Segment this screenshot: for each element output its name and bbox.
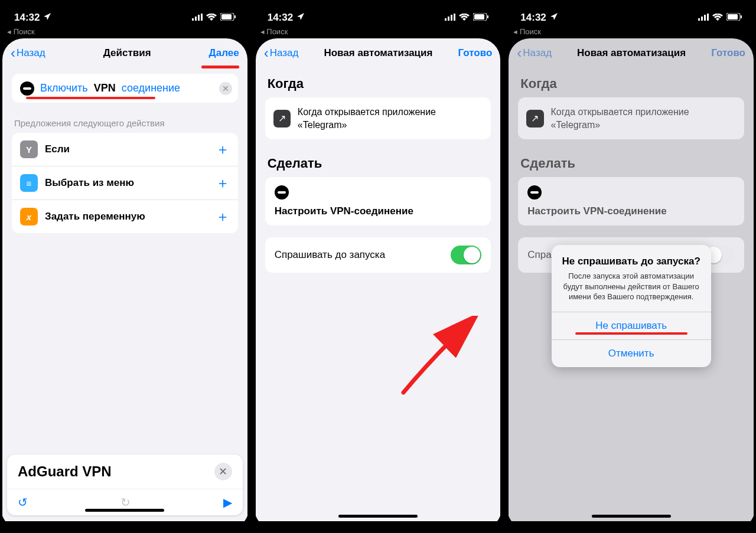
phone-screen-3: 14:32 ◂ Поиск ‹Назад Новая автоматизация… xyxy=(506,0,756,533)
svg-rect-7 xyxy=(445,18,447,21)
chevron-left-icon: ‹ xyxy=(264,45,269,61)
suggestion-row-menu[interactable]: ≡ Выбрать из меню ＋ xyxy=(12,166,238,200)
token-connection[interactable]: соединение xyxy=(120,81,181,96)
svg-rect-16 xyxy=(704,15,706,21)
wifi-icon xyxy=(712,12,723,24)
status-time: 14:32 xyxy=(520,12,546,24)
navbar: ‹Назад Новая автоматизация Готово xyxy=(509,38,754,68)
svg-rect-15 xyxy=(701,17,703,21)
svg-rect-17 xyxy=(707,14,709,21)
token-vpn: VPN xyxy=(94,82,116,94)
status-time: 14:32 xyxy=(268,12,293,24)
svg-rect-6 xyxy=(234,15,236,18)
do-text: Настроить VPN-соединение xyxy=(527,205,735,217)
chevron-left-icon: ‹ xyxy=(517,45,522,61)
signal-icon xyxy=(192,12,203,24)
phone-screen-1: 14:32 ◂ Поиск ‹Назад Действия Далее Вклю… xyxy=(0,0,250,533)
do-header: Сделать xyxy=(509,148,754,177)
next-button[interactable]: Далее xyxy=(209,47,239,59)
svg-rect-9 xyxy=(451,15,452,21)
navbar: ‹Назад Действия Далее xyxy=(2,38,247,68)
menu-icon: ≡ xyxy=(20,174,38,192)
ask-toggle[interactable] xyxy=(451,246,481,264)
back-button: ‹Назад xyxy=(517,45,552,61)
when-text: Когда открывается приложение «Telegram» xyxy=(551,106,736,131)
suggestion-list: Y Если ＋ ≡ Выбрать из меню ＋ x Задать пе… xyxy=(12,133,238,233)
svg-rect-3 xyxy=(201,14,203,21)
token-enable[interactable]: Включить xyxy=(39,81,89,96)
clear-action-button[interactable]: ✕ xyxy=(219,82,232,95)
page-title: Новая автоматизация xyxy=(577,47,686,59)
app-open-icon: ↗ xyxy=(526,110,543,127)
close-button[interactable]: ✕ xyxy=(214,463,232,480)
battery-icon xyxy=(726,12,742,24)
play-button[interactable]: ▶ xyxy=(223,495,232,509)
adguard-icon xyxy=(275,185,289,200)
status-bar: 14:32 xyxy=(0,0,250,26)
phone-screen-2: 14:32 ◂ Поиск ‹Назад Новая автоматизация… xyxy=(253,0,503,533)
svg-rect-8 xyxy=(448,17,449,21)
svg-rect-14 xyxy=(698,18,700,21)
ask-before-run-row: Спрашивать до запуска xyxy=(265,237,491,273)
status-time: 14:32 xyxy=(14,12,40,24)
svg-rect-1 xyxy=(195,17,197,21)
search-breadcrumb[interactable]: ◂ Поиск xyxy=(506,26,756,38)
svg-rect-12 xyxy=(474,14,484,19)
adguard-icon xyxy=(527,185,542,200)
search-breadcrumb[interactable]: ◂ Поиск xyxy=(253,26,503,38)
status-bar: 14:32 xyxy=(506,0,756,26)
signal-icon xyxy=(698,12,709,24)
do-header: Сделать xyxy=(256,148,501,177)
battery-icon xyxy=(220,12,236,24)
home-indicator[interactable] xyxy=(85,509,164,512)
location-icon xyxy=(43,12,51,24)
when-card[interactable]: ↗ Когда открывается приложение «Telegram… xyxy=(265,97,491,139)
status-bar: 14:32 xyxy=(253,0,503,26)
annotation-arrow xyxy=(386,316,492,398)
svg-rect-13 xyxy=(487,15,488,18)
suggestion-row-variable[interactable]: x Задать переменную ＋ xyxy=(12,200,238,233)
undo-button[interactable]: ↺ xyxy=(18,495,28,509)
suggestion-row-if[interactable]: Y Если ＋ xyxy=(12,133,238,166)
location-icon xyxy=(296,12,305,24)
modal-dont-ask-button[interactable]: Не спрашивать xyxy=(552,312,711,339)
do-card[interactable]: Настроить VPN-соединение xyxy=(265,177,491,225)
redo-button: ↻ xyxy=(120,495,131,509)
signal-icon xyxy=(445,12,455,24)
annotation-underline xyxy=(201,66,239,68)
variable-icon: x xyxy=(20,208,38,225)
page-title: Новая автоматизация xyxy=(324,47,432,59)
home-indicator[interactable] xyxy=(338,515,418,518)
annotation-underline xyxy=(575,332,687,335)
battery-icon xyxy=(473,12,488,24)
svg-rect-10 xyxy=(454,14,455,21)
back-button[interactable]: ‹Назад xyxy=(264,45,299,61)
if-icon: Y xyxy=(20,140,38,158)
do-text: Настроить VPN-соединение xyxy=(275,205,482,217)
when-card: ↗ Когда открывается приложение «Telegram… xyxy=(518,97,744,139)
modal-title: Не спрашивать до запуска? xyxy=(561,256,702,267)
page-title: Действия xyxy=(103,47,151,59)
home-indicator[interactable] xyxy=(592,515,671,518)
back-button[interactable]: ‹Назад xyxy=(11,45,45,61)
shortcut-name[interactable]: AdGuard VPN xyxy=(18,463,112,480)
svg-rect-5 xyxy=(221,14,232,19)
svg-rect-2 xyxy=(198,15,200,21)
svg-rect-19 xyxy=(728,14,738,19)
do-card: Настроить VPN-соединение xyxy=(518,177,744,225)
chevron-left-icon: ‹ xyxy=(11,45,15,61)
done-button[interactable]: Готово xyxy=(458,47,492,59)
add-icon[interactable]: ＋ xyxy=(216,174,230,192)
suggestions-label: Предложения следующего действия xyxy=(2,109,247,133)
action-token-card[interactable]: Включить VPN соединение ✕ xyxy=(12,74,238,103)
add-icon[interactable]: ＋ xyxy=(216,207,230,226)
adguard-icon xyxy=(20,81,34,96)
bottom-toolbar: AdGuard VPN ✕ ↺ ↻ ▶ xyxy=(7,454,243,515)
when-header: Когда xyxy=(509,68,754,97)
search-breadcrumb[interactable]: ◂ Поиск xyxy=(0,26,250,38)
modal-cancel-button[interactable]: Отменить xyxy=(552,339,711,367)
app-open-icon: ↗ xyxy=(273,110,291,127)
add-icon[interactable]: ＋ xyxy=(216,140,230,159)
ask-label: Спрашивать до запуска xyxy=(275,249,385,261)
wifi-icon xyxy=(206,12,217,24)
